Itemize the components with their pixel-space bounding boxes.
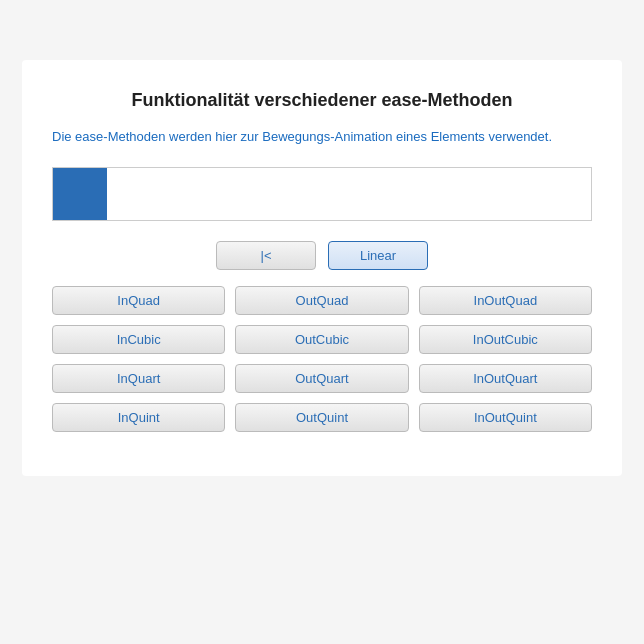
animated-block: [53, 168, 107, 221]
inOutQuad-button[interactable]: InOutQuad: [419, 286, 592, 315]
inQuad-button[interactable]: InQuad: [52, 286, 225, 315]
main-controls: |< Linear: [52, 241, 592, 270]
main-container: Funktionalität verschiedener ease-Method…: [22, 60, 622, 476]
page-title: Funktionalität verschiedener ease-Method…: [52, 90, 592, 111]
outQuad-button[interactable]: OutQuad: [235, 286, 408, 315]
description-text: Die ease-Methoden werden hier zur Bewegu…: [52, 127, 592, 147]
inQuart-button[interactable]: InQuart: [52, 364, 225, 393]
outQuint-button[interactable]: OutQuint: [235, 403, 408, 432]
linear-button[interactable]: Linear: [328, 241, 428, 270]
inQuint-button[interactable]: InQuint: [52, 403, 225, 432]
inOutQuart-button[interactable]: InOutQuart: [419, 364, 592, 393]
animation-track: [52, 167, 592, 221]
reset-button[interactable]: |<: [216, 241, 316, 270]
outQuart-button[interactable]: OutQuart: [235, 364, 408, 393]
inOutQuint-button[interactable]: InOutQuint: [419, 403, 592, 432]
ease-buttons-grid: InQuadOutQuadInOutQuadInCubicOutCubicInO…: [52, 286, 592, 432]
inOutCubic-button[interactable]: InOutCubic: [419, 325, 592, 354]
outCubic-button[interactable]: OutCubic: [235, 325, 408, 354]
inCubic-button[interactable]: InCubic: [52, 325, 225, 354]
